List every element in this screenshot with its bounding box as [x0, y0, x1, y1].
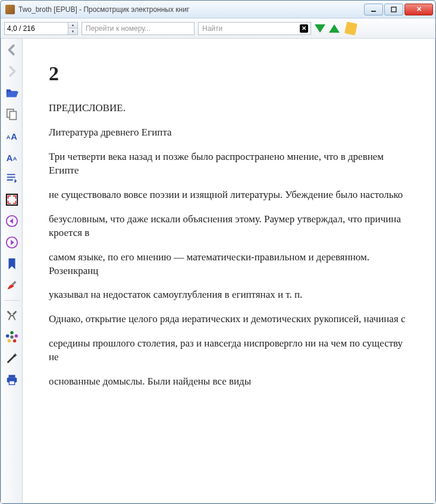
font-decrease-button[interactable]: AA	[4, 149, 20, 165]
top-toolbar: 4,0 / 216 ▲ ▼ Перейти к номеру... Найти …	[1, 18, 435, 39]
search-input[interactable]: Найти ✕	[198, 22, 311, 35]
print-button[interactable]	[4, 372, 20, 388]
svg-point-14	[14, 334, 18, 338]
svg-rect-11	[11, 281, 16, 285]
svg-point-16	[7, 339, 11, 343]
plugins-button[interactable]	[4, 329, 20, 345]
goto-placeholder: Перейти к номеру...	[86, 24, 150, 33]
page-content[interactable]: 2 ПРЕДИСЛОВИЕ. Литература древнего Египт…	[23, 39, 435, 503]
highlight-icon[interactable]	[344, 21, 357, 35]
svg-point-13	[10, 331, 14, 335]
chapter-number: 2	[49, 62, 409, 85]
page-position-value: 4,0 / 216	[7, 24, 35, 33]
fullscreen-button[interactable]	[4, 192, 20, 207]
back-button[interactable]	[4, 42, 20, 58]
search-placeholder: Найти	[202, 24, 222, 33]
side-toolbar: AA AA	[1, 39, 23, 503]
titlebar[interactable]: Two_broth [EPUB] - Просмотрщик электронн…	[1, 1, 435, 18]
svg-point-12	[10, 335, 14, 339]
paragraph: не существовало вовсе поэзии и изящной л…	[49, 188, 409, 202]
maximize-button[interactable]	[384, 4, 403, 15]
page-spin-down[interactable]: ▼	[68, 29, 77, 34]
paragraph: Литература древнего Египта	[49, 126, 409, 140]
paragraph: середины прошлого столетия, раз и навсег…	[49, 337, 409, 364]
search-prev-icon[interactable]	[329, 24, 340, 33]
font-increase-button[interactable]: AA	[4, 128, 20, 143]
clear-search-icon[interactable]: ✕	[300, 24, 308, 33]
svg-point-15	[12, 339, 16, 343]
page-position-input[interactable]: 4,0 / 216 ▲ ▼	[4, 22, 78, 35]
svg-point-17	[5, 334, 8, 338]
flow-mode-button[interactable]	[4, 171, 20, 186]
forward-button[interactable]	[4, 64, 20, 79]
paragraph: основанные домыслы. Были найдены все вид…	[49, 375, 409, 389]
paragraph: указывал на недостаток самоуглубления в …	[49, 288, 409, 302]
svg-rect-3	[10, 111, 16, 119]
wand-button[interactable]	[4, 351, 20, 366]
close-button[interactable]: ✕	[404, 4, 433, 15]
page-spin-up[interactable]: ▲	[68, 23, 77, 29]
svg-text:A: A	[12, 156, 17, 162]
svg-text:A: A	[11, 132, 17, 141]
paragraph: ПРЕДИСЛОВИЕ.	[49, 102, 409, 115]
prev-section-button[interactable]	[4, 213, 20, 229]
svg-rect-1	[391, 7, 396, 12]
brush-button[interactable]	[4, 278, 20, 293]
open-file-button[interactable]	[4, 85, 20, 100]
paragraph: Три четверти века назад и позже было рас…	[49, 150, 409, 178]
svg-rect-0	[371, 11, 376, 12]
goto-input[interactable]: Перейти к номеру...	[81, 22, 195, 35]
bookmark-button[interactable]	[4, 256, 20, 272]
window-title: Two_broth [EPUB] - Просмотрщик электронн…	[18, 5, 364, 14]
minimize-button[interactable]	[364, 4, 383, 15]
svg-text:A: A	[6, 134, 10, 140]
search-next-icon[interactable]	[315, 24, 325, 33]
svg-rect-20	[9, 381, 14, 385]
svg-rect-18	[8, 375, 15, 378]
svg-text:A: A	[6, 153, 12, 163]
next-section-button[interactable]	[4, 235, 20, 250]
tools-button[interactable]	[4, 308, 20, 323]
app-icon	[5, 5, 15, 14]
app-window: Two_broth [EPUB] - Просмотрщик электронн…	[0, 0, 436, 504]
copy-button[interactable]	[4, 106, 20, 122]
paragraph: Однако, открытие целого ряда иератически…	[49, 313, 409, 326]
divider	[4, 300, 20, 301]
paragraph: безусловным, что даже искали объяснения …	[49, 213, 409, 240]
paragraph: самом языке, по его мнению — математичес…	[49, 251, 409, 278]
